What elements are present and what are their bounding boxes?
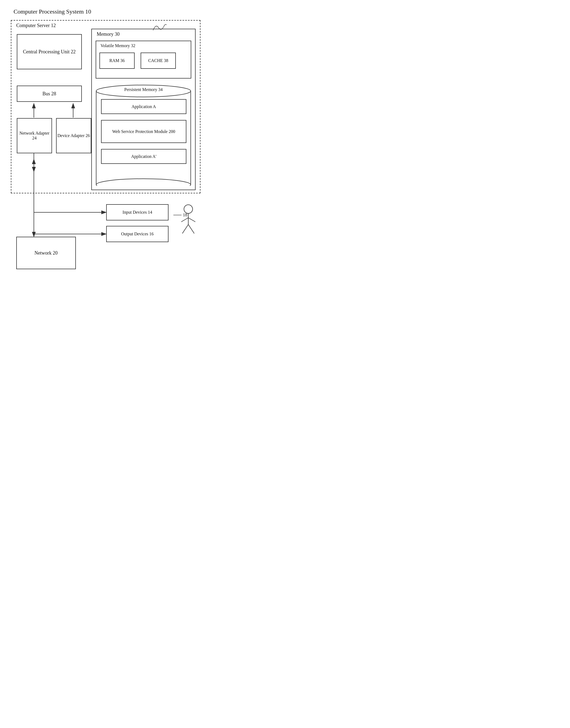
svg-line-8 <box>188 225 194 234</box>
volatile-memory-box: Volatile Memory 32 RAM 36 CACHE 38 <box>96 41 191 78</box>
memory-label: Memory 30 <box>96 31 121 37</box>
computer-server-box: Computer Server 12 Central Processing Un… <box>11 20 201 194</box>
wspm-box: Web Service Protection Module 200 <box>101 120 187 143</box>
svg-line-6 <box>188 218 195 222</box>
app-a-prime-box: Application A' <box>101 149 187 164</box>
ram-box: RAM 36 <box>99 52 134 69</box>
network-adapter-label: Network Adapter 24 <box>17 131 51 140</box>
ram-label: RAM 36 <box>109 58 124 63</box>
svg-line-7 <box>182 225 188 234</box>
app-a-box: Application A <box>101 99 187 114</box>
memory-box: Memory 30 Volatile Memory 32 RAM 36 CACH… <box>91 29 196 190</box>
persistent-memory-container: Persistent Memory 34 Application A Web S… <box>96 83 191 186</box>
cpu-label: Central Processing Unit 22 <box>23 49 75 55</box>
network-label: Network 20 <box>34 250 57 256</box>
computer-server-label: Computer Server 12 <box>15 23 57 28</box>
squiggle-annotation <box>152 22 168 33</box>
app-a-label: Application A <box>131 104 156 109</box>
network-box: Network 20 <box>16 237 76 269</box>
device-adapter-box: Device Adapter 26 <box>56 118 91 153</box>
persistent-memory-label: Persistent Memory 34 <box>124 87 163 92</box>
network-adapter-box: Network Adapter 24 <box>17 118 52 153</box>
cache-label: CACHE 38 <box>148 58 168 63</box>
user-figure <box>178 204 199 238</box>
wspm-label: Web Service Protection Module 200 <box>112 129 175 134</box>
app-a-prime-label: Application A' <box>131 154 156 159</box>
bus-box: Bus 28 <box>17 86 82 102</box>
bus-label: Bus 28 <box>42 91 56 97</box>
input-devices-label: Input Devices 14 <box>122 210 152 215</box>
volatile-memory-label: Volatile Memory 32 <box>99 43 136 48</box>
cpu-box: Central Processing Unit 22 <box>17 34 82 69</box>
output-devices-label: Output Devices 16 <box>121 232 154 237</box>
svg-point-3 <box>184 205 193 214</box>
output-devices-box: Output Devices 16 <box>106 226 169 242</box>
page-title: Computer Processing System 10 <box>14 8 203 15</box>
svg-line-5 <box>181 218 188 222</box>
cache-box: CACHE 38 <box>140 52 176 69</box>
input-devices-box: Input Devices 14 <box>106 204 169 221</box>
device-adapter-label: Device Adapter 26 <box>57 133 90 138</box>
